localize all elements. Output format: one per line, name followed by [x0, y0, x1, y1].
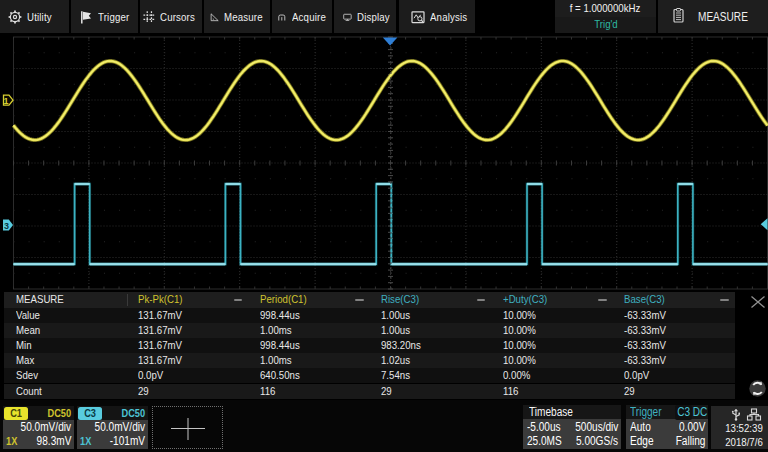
svg-text:3: 3 [4, 221, 9, 231]
svg-text:1: 1 [3, 96, 8, 106]
